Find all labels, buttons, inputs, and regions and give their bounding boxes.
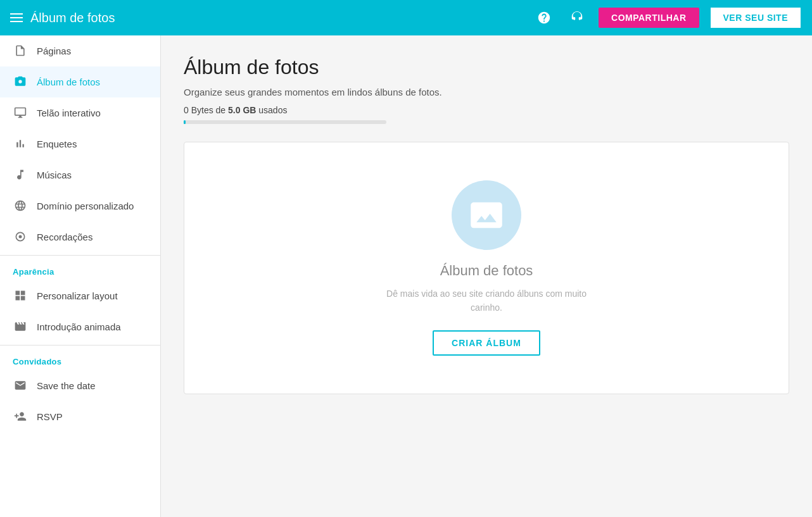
layout-icon bbox=[13, 289, 28, 302]
album-photo-icon bbox=[469, 198, 504, 232]
domain-icon bbox=[13, 199, 28, 212]
share-button[interactable]: COMPARTILHAR bbox=[599, 8, 699, 28]
sidebar-item-intro[interactable]: Introdução animada bbox=[0, 311, 160, 342]
sidebar-label-savedate: Save the date bbox=[37, 380, 96, 391]
sidebar-item-album[interactable]: Álbum de fotos bbox=[0, 66, 160, 97]
menu-icon[interactable] bbox=[10, 13, 23, 22]
storage-progress-fill bbox=[184, 120, 186, 124]
storage-limit: 5.0 GB bbox=[228, 105, 256, 115]
sidebar-item-recordacoes[interactable]: Recordações bbox=[0, 221, 160, 252]
page-title: Álbum de fotos bbox=[184, 56, 789, 79]
page-subtitle: Organize seus grandes momentos em lindos… bbox=[184, 87, 789, 97]
file-icon bbox=[13, 44, 28, 57]
topbar-icons: COMPARTILHAR VER SEU SITE bbox=[533, 6, 802, 29]
sidebar-label-rsvp: RSVP bbox=[37, 411, 63, 422]
sidebar-label-recordacoes: Recordações bbox=[37, 232, 92, 242]
svg-point-1 bbox=[19, 235, 22, 239]
music-icon bbox=[13, 168, 28, 181]
video-icon bbox=[13, 320, 28, 333]
divider-convidados bbox=[0, 345, 160, 346]
layout: Páginas Álbum de fotos Telão interativo … bbox=[0, 35, 812, 517]
bar-chart-icon bbox=[13, 137, 28, 150]
help-button[interactable] bbox=[533, 6, 555, 29]
album-empty-card: Álbum de fotos Dê mais vida ao seu site … bbox=[184, 142, 789, 394]
sidebar-label-telao: Telão interativo bbox=[37, 108, 101, 118]
storage-used: 0 Bytes de bbox=[184, 105, 225, 115]
storage-progress-bar bbox=[184, 120, 386, 124]
sidebar-label-musicas: Músicas bbox=[37, 170, 72, 180]
record-icon bbox=[13, 230, 28, 243]
create-album-button[interactable]: CRIAR ÁLBUM bbox=[433, 330, 540, 356]
sidebar-item-dominio[interactable]: Domínio personalizado bbox=[0, 190, 160, 221]
sidebar-label-dominio: Domínio personalizado bbox=[37, 201, 134, 211]
sidebar-item-telao[interactable]: Telão interativo bbox=[0, 97, 160, 128]
sidebar-label-personalizar: Personalizar layout bbox=[37, 290, 118, 301]
divider-aparencia bbox=[0, 255, 160, 256]
storage-suffix: usados bbox=[258, 105, 287, 115]
topbar: Álbum de fotos COMPARTILHAR VER SEU SITE bbox=[0, 0, 812, 35]
sidebar-label-album: Álbum de fotos bbox=[37, 77, 100, 87]
topbar-title: Álbum de fotos bbox=[30, 11, 525, 25]
camera-icon bbox=[13, 75, 28, 88]
album-icon-circle bbox=[452, 180, 521, 250]
add-user-icon bbox=[13, 410, 28, 423]
sidebar-item-savedate[interactable]: Save the date bbox=[0, 370, 160, 401]
section-label-aparencia: Aparência bbox=[0, 258, 160, 280]
sidebar-label-paginas: Páginas bbox=[37, 46, 71, 56]
storage-info: 0 Bytes de 5.0 GB usados bbox=[184, 105, 789, 115]
envelope-icon bbox=[13, 379, 28, 392]
support-button[interactable] bbox=[566, 6, 588, 29]
sidebar-label-enquetes: Enquetes bbox=[37, 139, 77, 149]
sidebar-label-intro: Introdução animada bbox=[37, 321, 121, 332]
sidebar-item-rsvp[interactable]: RSVP bbox=[0, 401, 160, 432]
sidebar: Páginas Álbum de fotos Telão interativo … bbox=[0, 35, 161, 517]
view-site-button[interactable]: VER SEU SITE bbox=[709, 6, 802, 29]
album-empty-title: Álbum de fotos bbox=[440, 263, 533, 279]
section-label-convidados: Convidados bbox=[0, 348, 160, 370]
monitor-icon bbox=[13, 106, 28, 119]
album-empty-desc: Dê mais vida ao seu site criando álbuns … bbox=[385, 287, 588, 315]
main-content: Álbum de fotos Organize seus grandes mom… bbox=[161, 35, 812, 517]
sidebar-item-paginas[interactable]: Páginas bbox=[0, 35, 160, 66]
sidebar-item-enquetes[interactable]: Enquetes bbox=[0, 128, 160, 159]
sidebar-item-musicas[interactable]: Músicas bbox=[0, 159, 160, 190]
sidebar-item-personalizar[interactable]: Personalizar layout bbox=[0, 280, 160, 311]
